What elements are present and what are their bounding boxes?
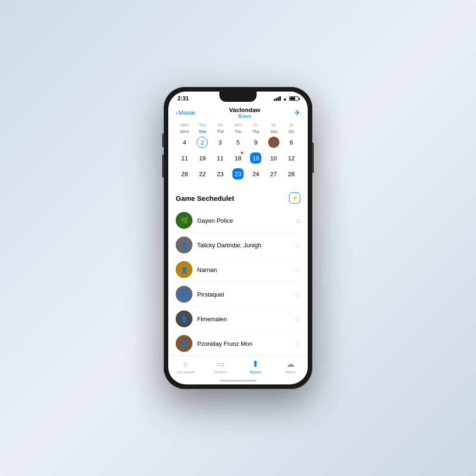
cal-cell-avatar[interactable]: 👤 <box>264 135 282 150</box>
cal-cell-19[interactable]: 19 <box>193 151 211 165</box>
avatar: 👤 <box>176 261 192 278</box>
svg-text:👤: 👤 <box>181 242 188 249</box>
cal-cell-28a[interactable]: 28 <box>176 166 193 181</box>
app-content: ‹ Monie Vaclondaw Brieni ✈ Mee Thu Se Wm… <box>168 104 308 356</box>
back-chevron-icon: ‹ <box>176 109 178 116</box>
cal-day-st: St <box>283 122 300 128</box>
power-button <box>312 143 314 173</box>
cal-cell-23a[interactable]: 23 <box>212 166 229 181</box>
rrpore-icon: ⬆ <box>252 359 259 369</box>
diamond-icon: ◇ <box>295 266 300 273</box>
cal-user-thu: Thu <box>229 129 247 134</box>
item-name: Pzoniday Frunz Mon <box>197 340 291 347</box>
back-button[interactable]: ‹ Monie <box>176 109 195 116</box>
wifi-icon: ▲ <box>283 96 287 101</box>
tab-rrpore-label: Rrpore <box>250 370 261 374</box>
phone-screen: 2:31 ▲ ‹ Monie <box>168 92 308 384</box>
nav-subtitle: Brieni <box>229 113 260 119</box>
cal-cell-18-dot[interactable]: 18 <box>229 151 247 165</box>
calendar-users-header: Nom You Thil Thu Tha You On <box>176 129 300 134</box>
home-indicator <box>219 380 257 382</box>
phone-notch <box>219 92 257 102</box>
vlestion-icon: ▭ <box>217 359 225 369</box>
cal-user-tha: Tha <box>247 129 264 134</box>
cal-cell-4[interactable]: 4 <box>176 135 193 150</box>
volume-up-button <box>162 133 164 147</box>
cal-user-thil: Thil <box>212 129 229 134</box>
cal-cell-22[interactable]: 22 <box>193 166 211 181</box>
item-name: Talicky Dartridar, Junigh <box>197 242 291 249</box>
letsabook-icon: ○ <box>183 359 188 369</box>
cal-cell-10[interactable]: 10 <box>264 151 282 165</box>
cal-cell-28b[interactable]: 28 <box>283 166 300 181</box>
list-item[interactable]: 👤 Talicky Dartridar, Junigh ◇ <box>176 233 300 258</box>
nav-title-block: Vaclondaw Brieni <box>229 106 260 119</box>
cal-cell-5[interactable]: 5 <box>229 135 247 150</box>
phone-device: 2:31 ▲ ‹ Monie <box>164 87 312 389</box>
cal-cell-11b[interactable]: 11 <box>212 151 229 165</box>
tab-vlestion-label: Vlestion <box>214 370 227 374</box>
list-item[interactable]: 👤 Narnan ◇ <box>176 258 300 282</box>
calendar-grid: 4 2 3 5 9 👤 6 11 19 11 <box>176 135 300 181</box>
svg-text:👤: 👤 <box>181 291 188 298</box>
svg-text:👤: 👤 <box>181 340 188 347</box>
schedule-section: Game Sechedulet ⚡ 🌿 Gay <box>168 192 308 356</box>
nav-header: ‹ Monie Vaclondaw Brieni ✈ <box>168 104 308 120</box>
svg-text:🌿: 🌿 <box>180 217 189 225</box>
cal-day-mee: Mee <box>176 122 193 128</box>
cal-cell-12[interactable]: 12 <box>283 151 300 165</box>
avatar: 👤 <box>176 335 192 352</box>
cal-user-you2: You <box>264 129 282 134</box>
tab-shees-label: Shees <box>285 370 296 374</box>
cal-user-on: On <box>283 129 300 134</box>
cal-day-fr: Fr <box>247 122 264 128</box>
tab-rrpore[interactable]: ⬆ Rrpore <box>238 359 273 374</box>
cal-cell-2-today[interactable]: 2 <box>193 135 211 150</box>
cal-user-nom: Nom <box>176 129 193 134</box>
list-item[interactable]: 👤 Pirstaquel ◇ <box>176 282 300 307</box>
avatar: 👤 <box>176 286 192 303</box>
diamond-icon: ◇ <box>295 340 300 347</box>
schedule-list: 🌿 Gayen Police ⌂ 👤 <box>176 208 300 356</box>
list-item[interactable]: 🌿 Gayen Police ⌂ <box>176 208 300 233</box>
cal-cell-27[interactable]: 27 <box>264 166 282 181</box>
diamond-icon: ◇ <box>295 291 300 298</box>
list-item[interactable]: 👤 Pzoniday Frunz Mon ◇ <box>176 331 300 356</box>
schedule-title: Game Sechedulet <box>176 194 234 202</box>
cal-cell-9[interactable]: 9 <box>247 135 264 150</box>
diamond-icon: ◇ <box>295 241 300 249</box>
item-name: Fimemalen <box>197 316 291 323</box>
tab-vlestion[interactable]: ▭ Vlestion <box>203 359 238 374</box>
item-name: Narnan <box>197 266 291 273</box>
status-icons: ▲ <box>274 96 298 101</box>
cal-cell-24[interactable]: 24 <box>247 166 264 181</box>
cal-cell-18-selected[interactable]: 18 <box>247 151 264 165</box>
cal-user-you: You <box>193 129 211 134</box>
avatar: 👤 <box>176 237 192 253</box>
calendar-section: Mee Thu Se Wm Fr MI St Nom You Thil Thu … <box>168 120 308 185</box>
schedule-add-icon[interactable]: ⚡ <box>289 192 300 204</box>
volume-down-button <box>162 154 164 178</box>
cal-cell-3[interactable]: 3 <box>212 135 229 150</box>
nav-title: Vaclondaw <box>229 106 260 113</box>
status-time: 2:31 <box>178 95 189 102</box>
calendar-week-3: 28 22 23 23 24 27 28 <box>176 166 300 181</box>
tab-shees[interactable]: ☁ Shees <box>273 359 308 374</box>
user-avatar-small: 👤 <box>268 137 279 148</box>
avatar: 👤 <box>176 311 192 327</box>
item-name: Gayen Police <box>197 217 292 224</box>
cal-day-thu: Thu <box>193 122 211 128</box>
cal-cell-23-selected[interactable]: 23 <box>229 166 247 181</box>
list-item[interactable]: 👤 Fimemalen ◇ <box>176 307 300 331</box>
cal-cell-11a[interactable]: 11 <box>176 151 193 165</box>
tab-letsabook[interactable]: ○ Let sabook <box>168 359 203 374</box>
airplane-icon[interactable]: ✈ <box>294 108 300 117</box>
svg-text:👤: 👤 <box>181 266 188 273</box>
schedule-header: Game Sechedulet ⚡ <box>176 192 300 204</box>
cal-day-wm: Wm <box>229 122 247 128</box>
home-icon: ⌂ <box>297 217 300 224</box>
cal-cell-6[interactable]: 6 <box>283 135 300 150</box>
shees-icon: ☁ <box>286 359 295 369</box>
diamond-icon: ◇ <box>295 315 300 323</box>
avatar: 🌿 <box>176 212 192 229</box>
